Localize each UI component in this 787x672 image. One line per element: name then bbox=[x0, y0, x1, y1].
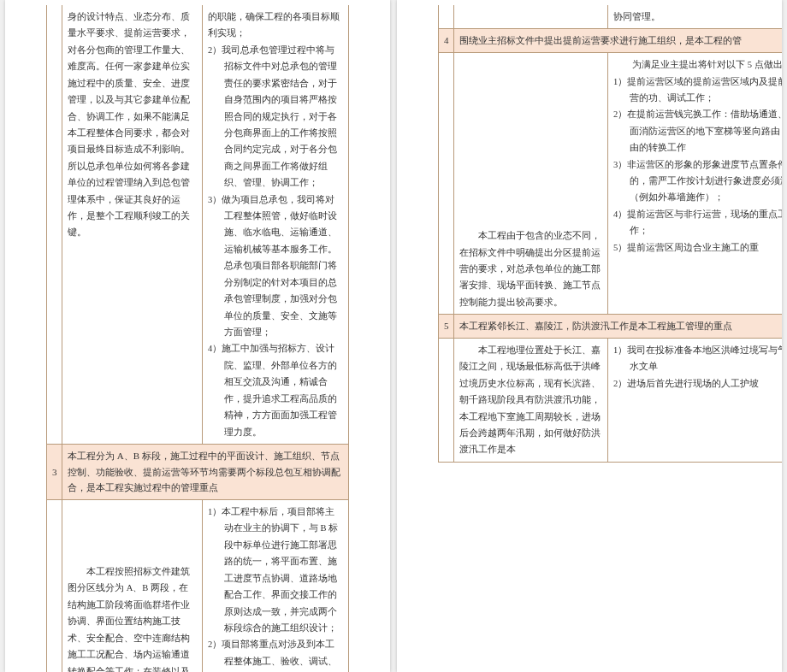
body-text: 2）在提前运营钱完换工作：借助场通道、屋面消防运营区的地下室梯等竖向路由，路由的… bbox=[613, 106, 782, 156]
page-left: 身的设计特点、业态分布、质量水平要求、提前运营要求，对各分包商的管理工作量大、难… bbox=[5, 0, 390, 672]
section-header-row: 4 围绕业主招标文件中提出提前运营要求进行施工组织，是本工程的管 bbox=[439, 29, 783, 53]
row-number-cell bbox=[439, 338, 454, 462]
description-cell: 本工程按照招标文件建筑图分区线分为 A、B 两段，在结构施工阶段将面临群塔作业协… bbox=[62, 500, 203, 672]
body-text: 身的设计特点、业态分布、质量水平要求、提前运营要求，对各分包商的管理工作量大、难… bbox=[68, 9, 197, 241]
content-table-left: 身的设计特点、业态分布、质量水平要求、提前运营要求，对各分包商的管理工作量大、难… bbox=[46, 5, 349, 672]
body-text: 4）提前运营区与非行运营，现场的重点工作； bbox=[613, 206, 782, 239]
body-text: 本工程由于包含的业态不同，在招标文件中明确提出分区提前运营的要求，对总承包单位的… bbox=[459, 56, 602, 310]
section-number: 5 bbox=[439, 315, 454, 339]
body-text: 本工程按照招标文件建筑图分区线分为 A、B 两段，在结构施工阶段将面临群塔作业协… bbox=[68, 504, 197, 672]
measures-cell: 1）我司在投标准备本地区洪峰过境写与气象水文单 2）进场后首先进行现场的人工护坡 bbox=[608, 338, 783, 462]
section-title: 本工程分为 A、B 标段，施工过程中的平面设计、施工组织、节点控制、功能验收、提… bbox=[62, 444, 349, 499]
table-row: 身的设计特点、业态分布、质量水平要求、提前运营要求，对各分包商的管理工作量大、难… bbox=[47, 5, 349, 444]
body-text: 2）项目部将重点对涉及到本工程整体施工、验收、调试、运营的工作进行管理，保证两个… bbox=[208, 636, 343, 672]
description-cell: 本工程由于包含的业态不同，在招标文件中明确提出分区提前运营的要求，对总承包单位的… bbox=[454, 53, 608, 315]
section-number: 3 bbox=[47, 444, 62, 499]
body-text: 本工程地理位置处于长江、嘉陵江之间，现场最低标高低于洪峰过境历史水位标高，现有长… bbox=[459, 342, 602, 458]
page-right: 协同管理。 4 围绕业主招标文件中提出提前运营要求进行施工组织，是本工程的管 本… bbox=[397, 0, 782, 672]
body-text: 1）提前运营区域的提前运营区域内及提前运营的功、调试工作； bbox=[613, 74, 782, 107]
body-text: 4）施工中加强与招标方、设计院、监理、外部单位各方的相互交流及沟通，精诚合作，提… bbox=[208, 340, 343, 440]
body-text: 1）我司在投标准备本地区洪峰过境写与气象水文单 bbox=[613, 342, 782, 375]
body-text: 5）提前运营区周边合业主施工的重 bbox=[613, 239, 782, 256]
body-text: 1）本工程中标后，项目部将主动在业主的协调下，与 B 标段中标单位进行施工部署思… bbox=[208, 504, 343, 636]
row-number-cell bbox=[439, 53, 454, 315]
measures-cell: 协同管理。 bbox=[608, 5, 783, 29]
body-text: 协同管理。 bbox=[613, 9, 782, 25]
description-cell: 身的设计特点、业态分布、质量水平要求、提前运营要求，对各分包商的管理工作量大、难… bbox=[62, 5, 203, 444]
table-row: 本工程地理位置处于长江、嘉陵江之间，现场最低标高低于洪峰过境历史水位标高，现有长… bbox=[439, 338, 783, 462]
description-cell: 本工程地理位置处于长江、嘉陵江之间，现场最低标高低于洪峰过境历史水位标高，现有长… bbox=[454, 338, 608, 462]
row-number-cell bbox=[47, 500, 62, 672]
table-row: 本工程由于包含的业态不同，在招标文件中明确提出分区提前运营的要求，对总承包单位的… bbox=[439, 53, 783, 315]
section-header-row: 3 本工程分为 A、B 标段，施工过程中的平面设计、施工组织、节点控制、功能验收… bbox=[47, 444, 349, 499]
measures-cell: 的职能，确保工程的各项目标顺利实现； 2）我司总承包管理过程中将与招标文件中对总… bbox=[203, 5, 349, 444]
content-table-right: 协同管理。 4 围绕业主招标文件中提出提前运营要求进行施工组织，是本工程的管 本… bbox=[438, 5, 782, 463]
measures-cell: 为满足业主提出将针对以下 5 点做出 1）提前运营区域的提前运营区域内及提前运营… bbox=[608, 53, 783, 315]
body-text: 为满足业主提出将针对以下 5 点做出 bbox=[613, 56, 782, 73]
body-text: 2）我司总承包管理过程中将与招标文件中对总承包的管理责任的要求紧密结合，对于自身… bbox=[208, 42, 343, 192]
row-number-cell bbox=[47, 5, 62, 444]
row-number-cell bbox=[439, 5, 454, 29]
section-header-row: 5 本工程紧邻长江、嘉陵江，防洪渡汛工作是本工程施工管理的重点 bbox=[439, 315, 783, 339]
table-row: 协同管理。 bbox=[439, 5, 783, 29]
measures-cell: 1）本工程中标后，项目部将主动在业主的协调下，与 B 标段中标单位进行施工部署思… bbox=[203, 500, 349, 672]
description-cell bbox=[454, 5, 608, 29]
section-title: 围绕业主招标文件中提出提前运营要求进行施工组织，是本工程的管 bbox=[454, 29, 783, 53]
body-text: 3）做为项目总承包，我司将对工程整体照管，做好临时设施、临水临电、运输通道、运输… bbox=[208, 192, 343, 341]
section-title: 本工程紧邻长江、嘉陵江，防洪渡汛工作是本工程施工管理的重点 bbox=[454, 315, 783, 339]
body-text: 2）进场后首先进行现场的人工护坡 bbox=[613, 375, 782, 392]
table-row: 本工程按照招标文件建筑图分区线分为 A、B 两段，在结构施工阶段将面临群塔作业协… bbox=[47, 500, 349, 672]
section-number: 4 bbox=[439, 29, 454, 53]
body-text: 的职能，确保工程的各项目标顺利实现； bbox=[208, 9, 343, 42]
body-text: 3）非运营区的形象的形象进度节点置条件的，需严工作按计划进行象进度必须满足（例如… bbox=[613, 156, 782, 206]
